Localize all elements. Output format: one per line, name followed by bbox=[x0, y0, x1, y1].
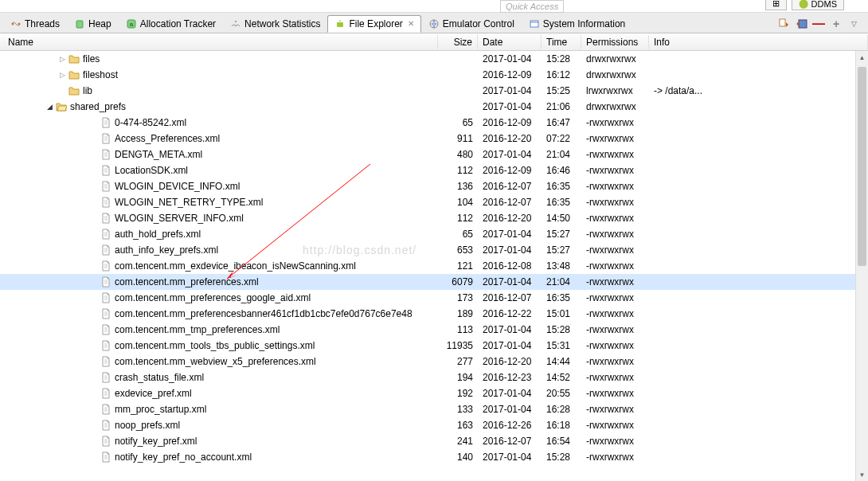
file-row[interactable]: com.tencent.mm_preferences.xml60792017-0… bbox=[0, 274, 868, 290]
file-row[interactable]: WLOGIN_SERVER_INFO.xml1122016-12-2014:50… bbox=[0, 210, 868, 226]
file-row[interactable]: Access_Preferences.xml9112016-12-2007:22… bbox=[0, 131, 868, 147]
sysinfo-icon bbox=[529, 18, 540, 29]
cell-time: 16:18 bbox=[542, 420, 581, 431]
header-date[interactable]: Date bbox=[478, 35, 542, 49]
node-name: com.tencent.mm_preferences_google_aid.xm… bbox=[115, 292, 311, 303]
cell-size: 112 bbox=[438, 213, 478, 224]
file-tree[interactable]: ▷files2017-01-0415:28drwxrwxrwx▷fileshos… bbox=[0, 51, 868, 481]
cell-date: 2017-01-04 bbox=[478, 324, 542, 335]
file-row[interactable]: WLOGIN_NET_RETRY_TYPE.xml1042016-12-0716… bbox=[0, 194, 868, 210]
expand-icon[interactable]: ▷ bbox=[57, 54, 67, 64]
node-name: WLOGIN_DEVICE_INFO.xml bbox=[115, 181, 240, 192]
file-row[interactable]: WLOGIN_DEVICE_INFO.xml1362016-12-0716:35… bbox=[0, 178, 868, 194]
tab-heap[interactable]: Heap bbox=[67, 15, 119, 33]
node-name: fileshost bbox=[83, 69, 118, 80]
file-row[interactable]: com.tencent.mm_webview_x5_preferences.xm… bbox=[0, 354, 868, 370]
file-row[interactable]: auth_info_key_prefs.xml6532017-01-0415:2… bbox=[0, 242, 868, 258]
folder-row[interactable]: ▷fileshost2016-12-0916:12drwxrwxrwx bbox=[0, 67, 868, 83]
cell-date: 2017-01-04 bbox=[478, 276, 542, 287]
file-icon bbox=[100, 372, 111, 383]
file-row[interactable]: notify_key_pref_no_account.xml1402017-01… bbox=[0, 449, 868, 465]
scroll-thumb[interactable] bbox=[858, 67, 866, 266]
file-row[interactable]: DENGTA_META.xml4802017-01-0421:04-rwxrwx… bbox=[0, 147, 868, 162]
tab-label: Network Statistics bbox=[244, 18, 320, 29]
file-row[interactable]: mm_proc_startup.xml1332017-01-0416:28-rw… bbox=[0, 401, 868, 417]
expand-spacer bbox=[89, 405, 99, 414]
folder-row[interactable]: ◢shared_prefs2017-01-0421:06drwxrwxrwx bbox=[0, 99, 868, 115]
file-row[interactable]: com.tencent.mm_preferences_google_aid.xm… bbox=[0, 290, 868, 306]
header-info[interactable]: Info bbox=[649, 35, 868, 49]
folder-icon bbox=[56, 101, 67, 112]
cell-size: 911 bbox=[438, 133, 478, 144]
cell-time: 15:31 bbox=[542, 340, 581, 351]
collapse-icon[interactable]: ◢ bbox=[45, 102, 54, 111]
cell-time: 14:44 bbox=[542, 356, 581, 367]
tab-allocation-tracker[interactable]: aAllocation Tracker bbox=[119, 15, 223, 33]
file-row[interactable]: auth_hold_prefs.xml652017-01-0415:27-rwx… bbox=[0, 226, 868, 242]
node-name: com.tencent.mm_preferences.xml bbox=[115, 276, 259, 287]
node-name: auth_hold_prefs.xml bbox=[115, 229, 201, 240]
push-file-icon[interactable] bbox=[795, 18, 807, 30]
folder-icon bbox=[68, 69, 80, 80]
scroll-up-arrow[interactable]: ▲ bbox=[856, 51, 868, 64]
open-perspective-button[interactable]: ⊞ bbox=[765, 0, 787, 10]
tab-label: System Information bbox=[543, 18, 625, 29]
cell-permissions: -rwxrwxrwx bbox=[581, 149, 649, 160]
file-row[interactable]: crash_status_file.xml1942016-12-2314:52-… bbox=[0, 370, 868, 385]
node-name: 0-474-85242.xml bbox=[115, 117, 186, 128]
vertical-scrollbar[interactable]: ▲ ▼ bbox=[855, 51, 868, 481]
file-row[interactable]: noop_prefs.xml1632016-12-2616:18-rwxrwxr… bbox=[0, 417, 868, 433]
cell-permissions: -rwxrwxrwx bbox=[581, 276, 649, 287]
pull-file-icon[interactable] bbox=[777, 18, 790, 30]
cell-size: 104 bbox=[438, 197, 478, 208]
expand-icon[interactable]: ▷ bbox=[57, 70, 67, 80]
file-row[interactable]: com.tencent.mm_preferencesbanner461cf1db… bbox=[0, 306, 868, 322]
expand-spacer bbox=[89, 389, 99, 398]
tab-network-statistics[interactable]: Network Statistics bbox=[223, 15, 327, 33]
delete-icon[interactable]: — bbox=[812, 18, 825, 30]
file-icon bbox=[100, 197, 111, 208]
tab-system-information[interactable]: System Information bbox=[522, 15, 632, 33]
header-size[interactable]: Size bbox=[438, 35, 478, 49]
scroll-down-arrow[interactable]: ▼ bbox=[856, 468, 868, 481]
cell-time: 21:04 bbox=[542, 276, 581, 287]
folder-row[interactable]: ▷files2017-01-0415:28drwxrwxrwx bbox=[0, 51, 868, 67]
tab-label: Threads bbox=[25, 18, 60, 29]
cell-time: 15:28 bbox=[542, 53, 581, 65]
file-row[interactable]: notify_key_pref.xml2412016-12-0716:54-rw… bbox=[0, 433, 868, 449]
view-menu-icon[interactable]: ▽ bbox=[847, 18, 860, 30]
cell-size: 121 bbox=[438, 260, 478, 272]
network-icon bbox=[230, 18, 241, 29]
cell-time: 15:01 bbox=[542, 308, 581, 319]
tab-file-explorer[interactable]: File Explorer✕ bbox=[327, 15, 420, 33]
close-icon[interactable]: ✕ bbox=[408, 19, 414, 28]
node-name: files bbox=[83, 53, 100, 65]
svg-point-0 bbox=[12, 22, 14, 25]
tab-emulator-control[interactable]: Emulator Control bbox=[421, 15, 522, 33]
header-permissions[interactable]: Permissions bbox=[581, 35, 649, 49]
cell-date: 2016-12-20 bbox=[478, 356, 542, 367]
folder-row[interactable]: lib2017-01-0415:25lrwxrwxrwx-> /data/a..… bbox=[0, 83, 868, 99]
tab-threads[interactable]: Threads bbox=[3, 15, 67, 33]
ddms-label: DDMS bbox=[811, 0, 837, 9]
ddms-perspective[interactable]: ⬤ DDMS bbox=[792, 0, 844, 10]
expand-spacer bbox=[89, 197, 99, 207]
file-row[interactable]: com.tencent.mm_tmp_preferences.xml113201… bbox=[0, 322, 868, 338]
expand-spacer bbox=[89, 420, 99, 430]
file-icon bbox=[100, 308, 111, 319]
svg-rect-6 bbox=[337, 22, 343, 27]
file-row[interactable]: LocationSDK.xml1122016-12-0916:46-rwxrwx… bbox=[0, 162, 868, 178]
file-row[interactable]: 0-474-85242.xml652016-12-0916:47-rwxrwxr… bbox=[0, 115, 868, 131]
tab-label: Emulator Control bbox=[443, 18, 514, 29]
file-row[interactable]: com.tencent.mm_exdevice_ibeacon_isNewSca… bbox=[0, 258, 868, 274]
cell-size: 136 bbox=[438, 181, 478, 192]
file-icon bbox=[100, 276, 111, 287]
add-icon[interactable]: + bbox=[830, 18, 843, 30]
file-row[interactable]: com.tencent.mm_tools_tbs_public_settings… bbox=[0, 338, 868, 354]
cell-date: 2017-01-04 bbox=[478, 404, 542, 415]
quick-access-input[interactable]: Quick Access bbox=[500, 0, 564, 13]
file-row[interactable]: exdevice_pref.xml1922017-01-0420:55-rwxr… bbox=[0, 385, 868, 401]
header-time[interactable]: Time bbox=[542, 35, 581, 49]
header-name[interactable]: Name bbox=[0, 35, 438, 49]
svg-rect-13 bbox=[799, 20, 807, 28]
